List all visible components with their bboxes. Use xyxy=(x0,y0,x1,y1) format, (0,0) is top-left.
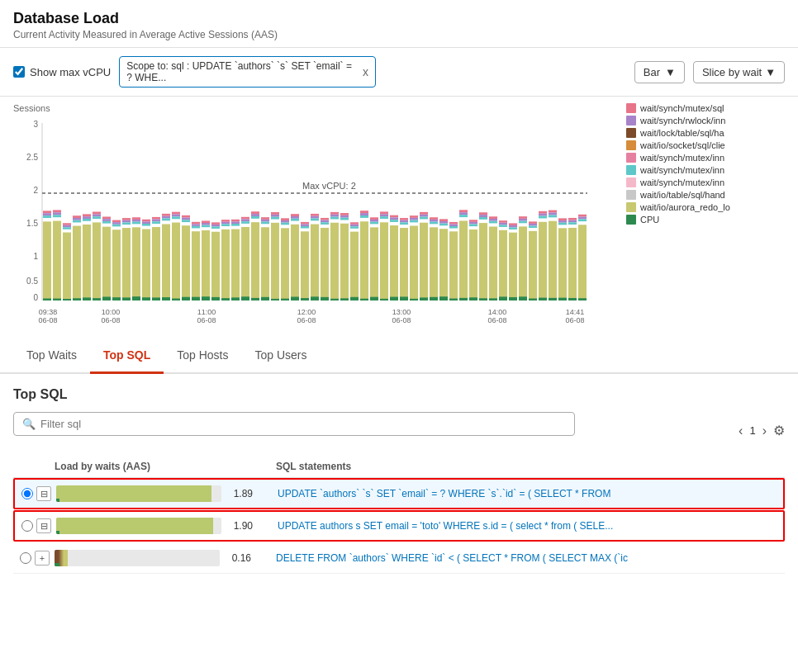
svg-rect-270 xyxy=(558,228,567,301)
svg-rect-71 xyxy=(162,214,170,216)
row-2-expand[interactable]: ⊟ xyxy=(36,518,51,533)
svg-rect-195 xyxy=(410,225,418,301)
svg-rect-191 xyxy=(400,218,408,220)
legend-item: wait/synch/mutex/inn xyxy=(626,177,785,187)
svg-rect-278 xyxy=(568,222,577,225)
legend-label: wait/io/table/sql/hand xyxy=(640,190,725,200)
svg-rect-156 xyxy=(330,212,339,215)
svg-rect-49 xyxy=(112,297,121,301)
table-row: + 0.16 DELETE FROM `authors` WHERE `id` … xyxy=(13,542,785,574)
svg-rect-163 xyxy=(340,218,349,220)
row-1-expand[interactable]: ⊟ xyxy=(36,486,51,501)
svg-rect-257 xyxy=(529,224,537,226)
svg-rect-17 xyxy=(53,212,61,215)
row-2-radio[interactable] xyxy=(21,520,33,532)
tab-top-users[interactable]: Top Users xyxy=(242,338,321,374)
chart-svg: 3 2.5 2 1.5 1 0.5 0 Max vCPU: 2 xyxy=(13,115,591,329)
svg-rect-18 xyxy=(53,215,61,217)
row-3-bar-bg xyxy=(55,550,220,566)
tab-top-waits[interactable]: Top Waits xyxy=(13,338,90,374)
svg-text:11:00: 11:00 xyxy=(197,308,216,316)
svg-rect-70 xyxy=(162,224,170,301)
svg-text:06-08: 06-08 xyxy=(38,316,57,324)
svg-rect-64 xyxy=(142,297,150,301)
chart-area: Sessions 3 2.5 2 1.5 1 0.5 0 xyxy=(0,97,798,332)
svg-rect-149 xyxy=(311,296,319,301)
svg-rect-105 xyxy=(231,230,240,301)
row-2-bar-bg xyxy=(56,518,221,534)
top-sql-title: Top SQL xyxy=(13,387,785,402)
legend-color xyxy=(626,128,636,138)
svg-text:Max vCPU: 2: Max vCPU: 2 xyxy=(302,181,356,191)
svg-rect-220 xyxy=(459,220,468,301)
row-2-controls: ⊟ xyxy=(15,518,56,533)
svg-rect-248 xyxy=(509,227,517,229)
row-1-sql[interactable]: UPDATE `authors` `s` SET `email` = ? WHE… xyxy=(271,483,783,504)
svg-rect-36 xyxy=(93,212,101,215)
svg-rect-84 xyxy=(182,297,190,301)
svg-rect-102 xyxy=(221,222,230,225)
svg-rect-138 xyxy=(291,219,299,221)
svg-rect-62 xyxy=(142,221,150,224)
settings-icon[interactable]: ⚙ xyxy=(773,423,785,438)
row-3-radio[interactable] xyxy=(20,552,31,564)
row-3-sql[interactable]: DELETE FROM `authors` WHERE `id` < ( SEL… xyxy=(269,547,785,569)
show-max-vcpu-checkbox[interactable] xyxy=(13,66,25,78)
sql-search-input[interactable] xyxy=(40,418,566,430)
svg-text:12:00: 12:00 xyxy=(297,308,316,316)
svg-rect-63 xyxy=(142,224,150,226)
show-max-vcpu-control: Show max vCPU xyxy=(13,66,111,78)
svg-rect-258 xyxy=(529,225,537,228)
chart-type-dropdown[interactable]: Bar ▼ xyxy=(634,61,685,83)
svg-rect-88 xyxy=(192,226,200,229)
svg-rect-232 xyxy=(479,215,487,217)
row-3-expand[interactable]: + xyxy=(35,551,50,566)
svg-rect-26 xyxy=(73,215,81,218)
svg-text:2: 2 xyxy=(33,186,38,195)
svg-rect-75 xyxy=(172,223,180,301)
slice-by-button[interactable]: Slice by wait ▼ xyxy=(693,61,785,83)
legend-color xyxy=(626,153,636,163)
svg-rect-147 xyxy=(311,216,319,219)
svg-rect-86 xyxy=(192,222,200,225)
svg-rect-166 xyxy=(350,222,359,225)
svg-rect-176 xyxy=(370,217,378,220)
svg-rect-129 xyxy=(271,299,279,301)
svg-text:06-08: 06-08 xyxy=(392,316,411,324)
svg-rect-235 xyxy=(489,226,497,301)
svg-rect-111 xyxy=(241,217,249,220)
svg-rect-154 xyxy=(321,297,329,301)
search-bar[interactable]: 🔍 xyxy=(13,412,575,436)
svg-rect-124 xyxy=(261,297,269,301)
scope-filter[interactable]: Scope to: sql : UPDATE `authors` `s` SET… xyxy=(119,56,376,88)
legend-color xyxy=(626,116,636,125)
svg-rect-82 xyxy=(182,218,190,220)
svg-rect-244 xyxy=(499,296,507,301)
svg-rect-34 xyxy=(83,297,91,301)
row-1-controls: ⊟ xyxy=(15,486,56,501)
svg-rect-219 xyxy=(449,299,458,301)
legend-color xyxy=(626,202,636,212)
tab-top-hosts[interactable]: Top Hosts xyxy=(164,338,241,374)
scope-filter-clear[interactable]: x xyxy=(363,65,368,78)
svg-rect-89 xyxy=(192,297,200,301)
svg-rect-276 xyxy=(568,218,577,220)
svg-rect-135 xyxy=(291,225,299,301)
row-1-radio[interactable] xyxy=(21,488,33,499)
row-1-bar-bg xyxy=(56,485,221,502)
svg-rect-144 xyxy=(301,298,309,301)
svg-rect-218 xyxy=(449,226,458,229)
svg-rect-164 xyxy=(340,298,349,301)
svg-rect-39 xyxy=(93,298,101,301)
svg-rect-274 xyxy=(558,298,567,301)
legend-color xyxy=(626,190,636,200)
next-page-button[interactable]: › xyxy=(762,424,767,438)
svg-rect-226 xyxy=(469,220,477,222)
svg-rect-223 xyxy=(459,215,468,217)
tab-top-sql[interactable]: Top SQL xyxy=(90,338,164,374)
svg-rect-128 xyxy=(271,217,279,220)
svg-rect-169 xyxy=(350,297,359,301)
prev-page-button[interactable]: ‹ xyxy=(739,424,743,438)
row-2-sql[interactable]: UPDATE authors s SET email = 'toto' WHER… xyxy=(271,515,783,537)
svg-rect-81 xyxy=(182,215,190,218)
